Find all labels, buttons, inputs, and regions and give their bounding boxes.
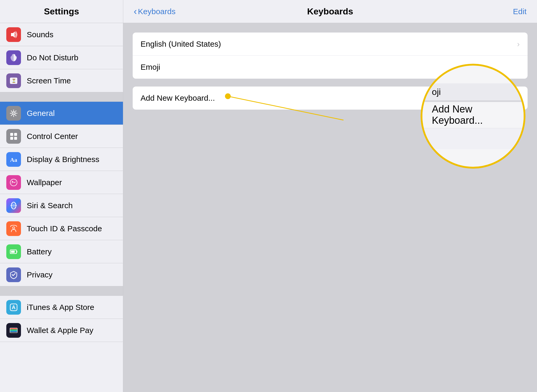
sidebar-item-control-label: Control Center xyxy=(27,132,78,141)
sidebar-item-dnd-label: Do Not Disturb xyxy=(27,53,78,62)
sidebar-section-3: A iTunes & App Store Wallet & Apple Pay xyxy=(0,296,123,342)
sidebar-item-wallpaper[interactable]: Wallpaper xyxy=(0,171,123,194)
svg-rect-16 xyxy=(10,137,13,140)
sidebar-item-privacy[interactable]: Privacy xyxy=(0,263,123,286)
right-panel-title: Keyboards xyxy=(307,6,353,17)
sidebar-item-battery[interactable]: Battery xyxy=(0,240,123,263)
svg-line-10 xyxy=(11,111,12,112)
mag-main-row: Add New Keyboard... xyxy=(422,102,524,128)
privacy-icon xyxy=(6,267,21,282)
sidebar-item-wallet-label: Wallet & Apple Pay xyxy=(27,326,93,335)
sidebar-section-1: Sounds Do Not Disturb ⏳ Screen Time xyxy=(0,23,123,92)
sidebar-item-privacy-label: Privacy xyxy=(27,270,52,279)
svg-text:⏳: ⏳ xyxy=(12,79,16,83)
magnified-content: oji Add New Keyboard... xyxy=(422,66,524,167)
sidebar-item-general-label: General xyxy=(27,109,55,118)
sidebar-separator-1 xyxy=(0,92,123,102)
sidebar-header: Settings xyxy=(0,0,123,23)
sidebar-item-touchid[interactable]: Touch ID & Passcode xyxy=(0,217,123,240)
svg-text:A: A xyxy=(12,304,15,310)
sidebar-item-battery-label: Battery xyxy=(27,247,52,256)
back-button[interactable]: ‹ Keyboards xyxy=(134,6,175,17)
svg-rect-15 xyxy=(14,133,17,136)
mag-top-text: oji xyxy=(432,87,441,97)
sounds-icon xyxy=(6,27,21,42)
sidebar-item-touchid-label: Touch ID & Passcode xyxy=(27,224,102,233)
sidebar-separator-2 xyxy=(0,286,123,296)
svg-rect-14 xyxy=(10,133,13,136)
right-header: ‹ Keyboards Keyboards Edit xyxy=(123,0,537,23)
svg-line-11 xyxy=(15,115,17,116)
sidebar-section-2: General Control Center Aa Display & Brig… xyxy=(0,102,123,286)
battery-icon xyxy=(6,244,21,259)
do-not-disturb-icon xyxy=(6,50,21,65)
sidebar-item-display[interactable]: Aa Display & Brightness xyxy=(0,148,123,171)
svg-text:Aa: Aa xyxy=(10,157,17,163)
sidebar-item-itunes[interactable]: A iTunes & App Store xyxy=(0,296,123,319)
sidebar-item-wallet[interactable]: Wallet & Apple Pay xyxy=(0,319,123,342)
mag-partial-top: oji xyxy=(422,83,524,101)
back-label: Keyboards xyxy=(138,7,175,16)
svg-rect-25 xyxy=(17,251,17,253)
svg-line-12 xyxy=(15,111,17,112)
keyboard-english-chevron-icon: › xyxy=(517,40,520,49)
screen-time-icon: ⏳ xyxy=(6,73,21,88)
right-panel: ‹ Keyboards Keyboards Edit English (Unit… xyxy=(123,0,537,392)
mag-main-label: Add New Keyboard... xyxy=(432,104,514,126)
sidebar-title: Settings xyxy=(44,6,79,17)
sidebar-item-control-center[interactable]: Control Center xyxy=(0,125,123,148)
svg-marker-0 xyxy=(11,31,15,38)
svg-rect-17 xyxy=(14,137,17,140)
wallpaper-icon xyxy=(6,175,21,190)
general-icon xyxy=(6,106,21,121)
sidebar-item-siri[interactable]: Siri & Search xyxy=(0,194,123,217)
sidebar-item-siri-label: Siri & Search xyxy=(27,201,73,210)
sidebar: Settings Sounds Do Not Disturb xyxy=(0,0,123,392)
wallet-icon xyxy=(6,323,21,338)
keyboard-row-english[interactable]: English (United States) › xyxy=(133,33,528,56)
sidebar-item-wallpaper-label: Wallpaper xyxy=(27,178,62,187)
annotation-dot xyxy=(225,93,231,99)
svg-point-5 xyxy=(13,113,14,114)
edit-button[interactable]: Edit xyxy=(513,7,527,16)
sidebar-item-sounds-label: Sounds xyxy=(27,30,53,39)
svg-rect-26 xyxy=(11,251,15,253)
svg-rect-30 xyxy=(10,329,17,331)
right-content: English (United States) › Emoji Add New … xyxy=(123,23,537,392)
sidebar-item-screen-time[interactable]: ⏳ Screen Time xyxy=(0,69,123,92)
control-center-icon xyxy=(6,129,21,144)
magnified-circle: oji Add New Keyboard... xyxy=(421,64,525,169)
svg-point-20 xyxy=(12,181,13,182)
sidebar-item-do-not-disturb[interactable]: Do Not Disturb xyxy=(0,46,123,69)
siri-icon xyxy=(6,198,21,213)
svg-point-23 xyxy=(13,227,15,229)
mag-bottom-partial xyxy=(422,128,524,149)
sidebar-item-screentime-label: Screen Time xyxy=(27,76,71,85)
sidebar-item-general[interactable]: General xyxy=(0,102,123,125)
itunes-icon: A xyxy=(6,300,21,315)
touchid-icon xyxy=(6,221,21,236)
keyboard-english-label: English (United States) xyxy=(141,40,517,49)
back-chevron-icon: ‹ xyxy=(134,6,137,17)
svg-line-13 xyxy=(11,115,12,116)
sidebar-item-itunes-label: iTunes & App Store xyxy=(27,303,94,312)
sidebar-item-sounds[interactable]: Sounds xyxy=(0,23,123,46)
sidebar-item-display-label: Display & Brightness xyxy=(27,155,99,164)
svg-rect-31 xyxy=(10,331,17,332)
display-icon: Aa xyxy=(6,152,21,167)
